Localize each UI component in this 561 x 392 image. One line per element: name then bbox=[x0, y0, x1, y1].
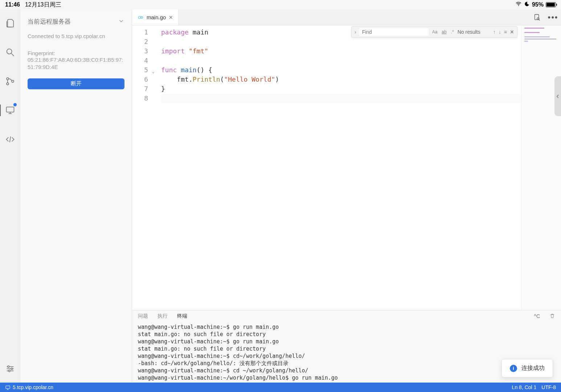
tab-filename: main.go bbox=[147, 14, 166, 20]
find-expand-icon[interactable]: › bbox=[355, 29, 356, 35]
status-encoding[interactable]: UTF-8 bbox=[541, 384, 556, 390]
panel-ctrl-c[interactable]: ^C bbox=[534, 313, 540, 319]
svg-rect-11 bbox=[535, 14, 539, 20]
code-line bbox=[161, 56, 521, 65]
activity-bar bbox=[0, 9, 20, 383]
code-line: fmt.Println("Hello World") bbox=[161, 75, 521, 84]
code-line: func main() { bbox=[161, 65, 521, 75]
find-input[interactable] bbox=[359, 28, 429, 36]
search-file-icon[interactable] bbox=[529, 9, 545, 25]
status-remote[interactable]: 5.tcp.vip.cpolar.cn bbox=[5, 384, 53, 390]
panel-tab-terminal[interactable]: 终端 bbox=[177, 313, 187, 319]
find-result-text: No results bbox=[458, 29, 490, 35]
panel-tab-run[interactable]: 执行 bbox=[157, 313, 168, 319]
status-lncol[interactable]: Ln 8, Col 1 bbox=[512, 384, 537, 390]
svg-point-0 bbox=[518, 5, 519, 6]
find-close-icon[interactable]: ✕ bbox=[510, 29, 514, 35]
panel-tab-problems[interactable]: 问题 bbox=[138, 313, 148, 319]
svg-point-4 bbox=[12, 80, 14, 82]
ios-time: 11:46 bbox=[5, 1, 20, 8]
remote-side-panel: 当前远程服务器 Connected to 5.tcp.vip.cpolar.cn… bbox=[20, 9, 132, 383]
svg-point-3 bbox=[7, 83, 9, 85]
ios-date: 12月13日周三 bbox=[25, 1, 61, 9]
bottom-panel: 问题 执行 终端 ^C wang@wang-virtual-machine:~$… bbox=[132, 310, 561, 383]
svg-point-1 bbox=[7, 49, 12, 54]
toast-text: 连接成功 bbox=[521, 364, 545, 372]
chevron-down-icon[interactable] bbox=[118, 18, 124, 25]
moon-icon bbox=[524, 1, 530, 8]
battery-icon bbox=[546, 2, 556, 7]
disconnect-button[interactable]: 断开 bbox=[28, 78, 124, 89]
status-bar: 5.tcp.vip.cpolar.cn Ln 8, Col 1 UTF-8 bbox=[0, 383, 561, 392]
svg-rect-5 bbox=[6, 107, 14, 112]
editor-tab-bar: main.go ✕ ••• bbox=[132, 9, 561, 25]
go-file-icon bbox=[137, 14, 144, 21]
settings-sliders-icon[interactable] bbox=[3, 362, 17, 376]
svg-point-8 bbox=[8, 370, 10, 372]
code-line: } bbox=[161, 84, 521, 94]
find-widget: › Aa ab .* No results ↑ ↓ ≡ ✕ bbox=[351, 26, 517, 38]
svg-rect-13 bbox=[6, 386, 10, 389]
find-prev-icon[interactable]: ↑ bbox=[493, 29, 496, 35]
more-icon[interactable]: ••• bbox=[545, 9, 561, 25]
connection-toast: i 连接成功 bbox=[501, 359, 553, 377]
minimap[interactable] bbox=[521, 25, 561, 310]
battery-pct: 95% bbox=[532, 1, 544, 8]
remote-indicator-dot bbox=[13, 103, 17, 106]
fingerprint-value: 05:21:86:F7:A8:A0:6D:3B:C0:F1:B5:97:51:7… bbox=[28, 56, 124, 71]
right-drawer-handle[interactable]: ‹ bbox=[554, 76, 561, 116]
panel-trash-icon[interactable] bbox=[549, 313, 555, 320]
svg-point-6 bbox=[8, 366, 9, 368]
info-icon: i bbox=[510, 365, 517, 372]
find-whole-word[interactable]: ab bbox=[441, 29, 447, 34]
code-line: import "fmt" bbox=[161, 46, 521, 56]
code-line bbox=[161, 94, 521, 103]
svg-point-2 bbox=[7, 78, 9, 80]
connected-host-text: Connected to 5.tcp.vip.cpolar.cn bbox=[28, 33, 124, 39]
find-regex[interactable]: .* bbox=[450, 29, 455, 34]
find-next-icon[interactable]: ↓ bbox=[499, 29, 501, 35]
tab-close-icon[interactable]: ✕ bbox=[169, 15, 173, 20]
remote-icon[interactable] bbox=[3, 103, 17, 118]
tab-main-go[interactable]: main.go ✕ bbox=[132, 9, 179, 25]
find-match-case[interactable]: Aa bbox=[431, 29, 438, 34]
line-number-gutter: 12345⌄678 bbox=[132, 28, 152, 310]
code-area[interactable]: package mainimport "fmt"func main() { fm… bbox=[152, 28, 521, 310]
editor-body: 12345⌄678 package mainimport "fmt"func m… bbox=[132, 25, 561, 310]
wifi-icon bbox=[515, 1, 522, 9]
panel-title: 当前远程服务器 bbox=[28, 17, 71, 26]
ios-status-bar: 11:46 12月13日周三 95% bbox=[0, 0, 561, 9]
fingerprint-label: Fingerprint: bbox=[28, 50, 124, 56]
search-icon[interactable] bbox=[3, 45, 17, 60]
code-line bbox=[161, 37, 521, 46]
source-control-icon[interactable] bbox=[3, 74, 17, 89]
explorer-icon[interactable] bbox=[3, 16, 17, 30]
find-selection-icon[interactable]: ≡ bbox=[504, 29, 507, 35]
terminal-output[interactable]: wang@wang-virtual-machine:~$ go run main… bbox=[132, 322, 561, 383]
code-icon[interactable] bbox=[3, 132, 17, 147]
svg-point-7 bbox=[11, 368, 13, 370]
